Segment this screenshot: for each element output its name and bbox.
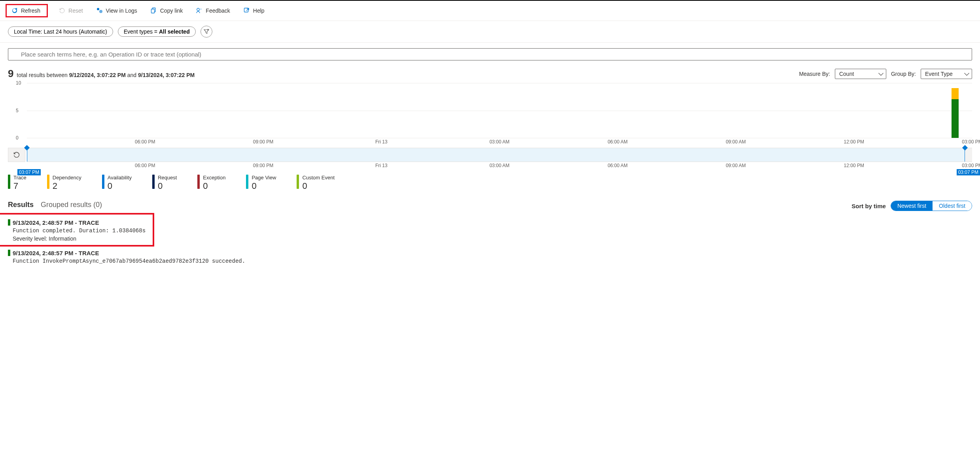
brush-selection[interactable]: [27, 148, 965, 162]
svg-point-4: [197, 8, 199, 11]
x-tick-label: 03:00 AM: [490, 139, 510, 145]
measure-by-select[interactable]: Count: [835, 69, 886, 79]
chart-canvas[interactable]: 0510: [27, 83, 972, 138]
view-logs-label: View in Logs: [106, 8, 137, 14]
legend-count: 0: [203, 181, 225, 191]
legend-item-request[interactable]: Request0: [152, 175, 177, 191]
start-time: 9/12/2024, 3:07:22 PM: [69, 72, 126, 78]
result-title: 9/13/2024, 2:48:57 PM - TRACE: [13, 219, 972, 226]
add-filter-button[interactable]: [201, 26, 212, 38]
x-tick-label: 09:00 PM: [253, 139, 273, 145]
sort-toggle: Newest first Oldest first: [891, 201, 972, 211]
search-input[interactable]: [8, 48, 972, 60]
sort-group: Sort by time Newest first Oldest first: [851, 201, 972, 211]
group-by-select[interactable]: Event Type: [921, 69, 972, 79]
results-tabs: Results Grouped results (0): [8, 201, 102, 211]
legend-swatch: [152, 175, 155, 189]
brush-x-tick: 12:00 PM: [844, 163, 864, 168]
x-tick-label: Fri 13: [375, 139, 388, 145]
legend-item-availability[interactable]: Availability0: [102, 175, 132, 191]
brush-x-tick: 03:00 AM: [490, 163, 510, 168]
end-time: 9/13/2024, 3:07:22 PM: [138, 72, 195, 78]
total-count: 9: [8, 68, 13, 79]
x-tick-label: 06:00 PM: [135, 139, 155, 145]
group-by-label: Group By:: [891, 71, 916, 77]
brush-xaxis: 06:00 PM09:00 PMFri 1303:00 AM06:00 AM09…: [27, 162, 972, 171]
results-header: Results Grouped results (0) Sort by time…: [0, 198, 980, 215]
event-types-prefix: Event types =: [124, 28, 159, 35]
legend-count: 0: [252, 181, 276, 191]
reset-button: Reset: [57, 6, 85, 15]
refresh-icon: [11, 8, 18, 14]
legend-item-page-view[interactable]: Page View0: [246, 175, 276, 191]
tab-grouped-results[interactable]: Grouped results (0): [41, 201, 102, 211]
measure-by-label: Measure By:: [799, 71, 830, 77]
legend-count: 2: [53, 181, 81, 191]
legend-count: 0: [302, 181, 335, 191]
y-tick-label: 0: [16, 135, 19, 141]
refresh-label: Refresh: [21, 8, 40, 14]
refresh-button[interactable]: Refresh: [9, 6, 43, 15]
summary-text: 9 total results between 9/12/2024, 3:07:…: [8, 68, 195, 80]
measure-by-value: Count: [839, 71, 854, 77]
undo-icon: [59, 8, 65, 14]
brush-track[interactable]: [27, 148, 972, 162]
legend-label: Dependency: [53, 175, 81, 181]
legend-swatch: [297, 175, 299, 189]
refresh-highlight: Refresh: [6, 4, 48, 17]
brush-left-label: 03:07 PM: [17, 169, 41, 175]
toolbar: Refresh Reset View in Logs Copy link Fee…: [0, 0, 980, 21]
legend-item-exception[interactable]: Exception0: [197, 175, 225, 191]
feedback-icon: [196, 8, 202, 14]
filters-row: Local Time: Last 24 hours (Automatic) Ev…: [0, 21, 980, 43]
x-tick-label: 12:00 PM: [844, 139, 864, 145]
brush-x-tick: 09:00 PM: [253, 163, 273, 168]
sort-oldest-first[interactable]: Oldest first: [933, 201, 972, 211]
search-section: [0, 43, 980, 62]
and-text: and: [126, 72, 138, 78]
brush-reset-button[interactable]: [8, 148, 25, 162]
legend-label: Request: [158, 175, 177, 181]
legend-count: 7: [13, 181, 26, 191]
help-label: Help: [253, 8, 265, 14]
tab-results[interactable]: Results: [8, 201, 34, 211]
feedback-label: Feedback: [206, 8, 230, 14]
help-button[interactable]: Help: [241, 6, 267, 15]
legend-count: 0: [108, 181, 132, 191]
result-title: 9/13/2024, 2:48:57 PM - TRACE: [13, 250, 972, 256]
y-tick-label: 5: [16, 108, 19, 113]
legend-item-trace[interactable]: Trace7: [8, 175, 26, 191]
time-range-text: Local Time: Last 24 hours (Automatic): [14, 28, 107, 35]
reset-label: Reset: [68, 8, 83, 14]
result-message: Function InvokePromptAsync_e7067ab796954…: [13, 258, 972, 264]
summary-row: 9 total results between 9/12/2024, 3:07:…: [0, 62, 980, 83]
filter-plus-icon: [203, 28, 210, 35]
event-types-value: All selected: [159, 28, 190, 35]
sort-newest-first[interactable]: Newest first: [891, 201, 933, 211]
x-tick-label: 03:00 PM: [962, 139, 980, 145]
chart-bar[interactable]: [952, 88, 959, 138]
copy-icon: [151, 8, 157, 14]
bar-segment-trace: [952, 99, 959, 138]
feedback-button[interactable]: Feedback: [194, 6, 232, 15]
result-item[interactable]: 9/13/2024, 2:48:57 PM - TRACEFunction co…: [8, 215, 972, 246]
result-item[interactable]: 9/13/2024, 2:48:57 PM - TRACEFunction In…: [8, 246, 972, 270]
brush-x-tick: 03:00 PM: [962, 163, 980, 168]
legend-item-dependency[interactable]: Dependency2: [47, 175, 81, 191]
view-logs-button[interactable]: View in Logs: [94, 6, 140, 15]
time-range-pill[interactable]: Local Time: Last 24 hours (Automatic): [8, 26, 113, 37]
logs-icon: [96, 8, 103, 14]
brush-x-tick: Fri 13: [375, 163, 388, 168]
brush-right-label: 03:07 PM: [957, 169, 980, 175]
legend-item-custom-event[interactable]: Custom Event0: [297, 175, 335, 191]
results-list: 9/13/2024, 2:48:57 PM - TRACEFunction co…: [0, 215, 980, 278]
chart-xaxis: 06:00 PM09:00 PMFri 1303:00 AM06:00 AM09…: [27, 138, 972, 146]
result-message: Function completed. Duration: 1.0384068s: [13, 228, 972, 234]
event-types-pill[interactable]: Event types = All selected: [118, 26, 196, 37]
legend-swatch: [197, 175, 200, 189]
sort-label: Sort by time: [851, 203, 886, 209]
svg-rect-3: [151, 9, 154, 13]
brush-x-tick: 09:00 AM: [726, 163, 746, 168]
copy-link-button[interactable]: Copy link: [148, 6, 185, 15]
svg-point-0: [97, 8, 99, 10]
